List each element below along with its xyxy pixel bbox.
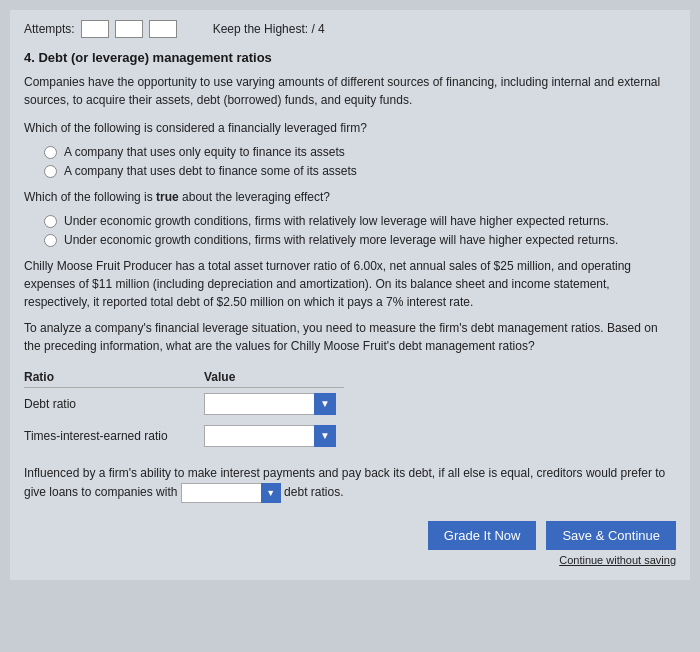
attempts-label: Attempts:	[24, 22, 75, 36]
ties-ratio-label: Times-interest-earned ratio	[24, 420, 204, 452]
influenced-text-after: debt ratios.	[284, 485, 343, 499]
section-description: Companies have the opportunity to use va…	[24, 73, 676, 109]
attempts-bar: Attempts: Keep the Highest: / 4	[24, 20, 676, 38]
grade-button[interactable]: Grade It Now	[428, 521, 537, 550]
radio-label-1b: A company that uses debt to finance some…	[64, 164, 357, 178]
radio-label-2b: Under economic growth conditions, firms …	[64, 233, 618, 247]
footer-row: Grade It Now Save & Continue Continue wi…	[24, 521, 676, 566]
question-2-text: Which of the following is true about the…	[24, 188, 676, 206]
question-1-text: Which of the following is considered a f…	[24, 119, 676, 137]
radio-option-1b[interactable]: A company that uses debt to finance some…	[44, 164, 676, 178]
page-container: Attempts: Keep the Highest: / 4 4. Debt …	[10, 10, 690, 580]
debt-ratio-dropdown[interactable]: ▼	[204, 393, 336, 415]
radio-circle-2b[interactable]	[44, 234, 57, 247]
radio-circle-2a[interactable]	[44, 215, 57, 228]
influenced-dropdown[interactable]: ▼	[181, 483, 281, 503]
radio-option-2b[interactable]: Under economic growth conditions, firms …	[44, 233, 676, 247]
table-row-ties: Times-interest-earned ratio ▼	[24, 420, 344, 452]
q2-text-after: about the leveraging effect?	[179, 190, 330, 204]
ratio-table: Ratio Value Debt ratio ▼ Times-interest-…	[24, 367, 344, 452]
keep-highest-text: Keep the Highest:	[213, 22, 308, 36]
chevron-down-icon-3: ▼	[266, 486, 275, 500]
attempt-box-1	[81, 20, 109, 38]
influenced-text: Influenced by a firm's ability to make i…	[24, 464, 676, 503]
value-col-header: Value	[204, 367, 344, 388]
radio-circle-1a[interactable]	[44, 146, 57, 159]
continue-without-saving-link[interactable]: Continue without saving	[559, 554, 676, 566]
ties-ratio-value-cell: ▼	[204, 420, 344, 452]
chevron-down-icon: ▼	[320, 399, 330, 409]
footer-buttons: Grade It Now Save & Continue	[428, 521, 676, 550]
ratio-col-header: Ratio	[24, 367, 204, 388]
radio-option-2a[interactable]: Under economic growth conditions, firms …	[44, 214, 676, 228]
radio-label-1a: A company that uses only equity to finan…	[64, 145, 345, 159]
save-button[interactable]: Save & Continue	[546, 521, 676, 550]
radio-option-1a[interactable]: A company that uses only equity to finan…	[44, 145, 676, 159]
section-title: 4. Debt (or leverage) management ratios	[24, 50, 676, 65]
scenario-text: Chilly Moose Fruit Producer has a total …	[24, 257, 676, 311]
influenced-input[interactable]	[181, 483, 261, 503]
keep-highest-label: Keep the Highest: / 4	[213, 22, 325, 36]
q2-text-bold: true	[156, 190, 179, 204]
debt-ratio-value-cell: ▼	[204, 388, 344, 421]
attempt-box-3	[149, 20, 177, 38]
influenced-text-before: Influenced by a firm's ability to make i…	[24, 466, 665, 499]
debt-ratio-label: Debt ratio	[24, 388, 204, 421]
chevron-down-icon-2: ▼	[320, 431, 330, 441]
scenario-question: To analyze a company's financial leverag…	[24, 319, 676, 355]
q2-text-before: Which of the following is	[24, 190, 156, 204]
influenced-arrow[interactable]: ▼	[261, 483, 281, 503]
radio-circle-1b[interactable]	[44, 165, 57, 178]
ties-ratio-dropdown[interactable]: ▼	[204, 425, 336, 447]
debt-ratio-arrow[interactable]: ▼	[314, 393, 336, 415]
debt-ratio-input[interactable]	[204, 393, 314, 415]
table-row-debt: Debt ratio ▼	[24, 388, 344, 421]
keep-highest-value: / 4	[311, 22, 324, 36]
ties-ratio-arrow[interactable]: ▼	[314, 425, 336, 447]
ties-ratio-input[interactable]	[204, 425, 314, 447]
attempt-box-2	[115, 20, 143, 38]
radio-label-2a: Under economic growth conditions, firms …	[64, 214, 609, 228]
